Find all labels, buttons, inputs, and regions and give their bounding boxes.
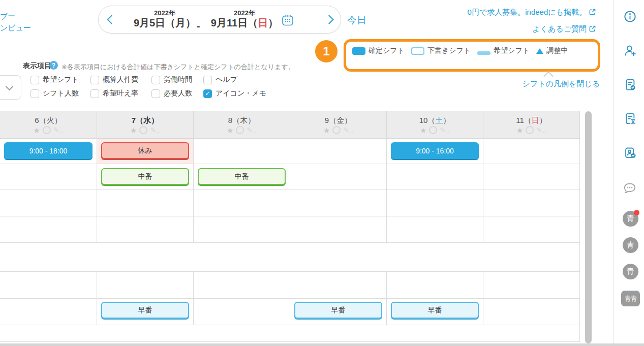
shift-cell[interactable]: [290, 190, 386, 216]
view-link-2[interactable]: ンビュー: [0, 22, 31, 34]
shift-pill-early[interactable]: 早番: [294, 302, 382, 319]
close-legend-link[interactable]: シフトの凡例を閉じる: [457, 79, 600, 89]
day-header-8[interactable]: 8（木）★✎..: [193, 111, 290, 138]
day-header-11[interactable]: 11（日）★✎..: [483, 111, 579, 138]
shift-cell[interactable]: [0, 216, 97, 242]
shift-cell[interactable]: [193, 139, 290, 164]
shift-cell[interactable]: [290, 216, 386, 242]
checkbox-アイコン・メモ[interactable]: アイコン・メモ: [203, 89, 290, 98]
shift-cell[interactable]: 9:00 - 16:00: [386, 139, 483, 164]
day-header-10[interactable]: 10（土）★✎..: [386, 111, 483, 138]
shift-cell[interactable]: 中番: [97, 164, 193, 190]
prev-week-button[interactable]: [106, 15, 117, 26]
approved-shifts-button[interactable]: [620, 74, 640, 95]
shift-cell[interactable]: [0, 164, 97, 190]
shift-cell[interactable]: [0, 299, 97, 325]
today-button[interactable]: 今日: [347, 14, 366, 27]
avatar[interactable]: 青: [623, 211, 638, 227]
shift-cell[interactable]: 休み: [97, 139, 193, 164]
shift-pill-rest[interactable]: 休み: [101, 142, 189, 159]
checkbox-icon[interactable]: [30, 89, 39, 98]
collapse-row-button[interactable]: [0, 75, 21, 100]
shift-cell[interactable]: [483, 190, 579, 216]
circle-icon[interactable]: [43, 126, 51, 134]
checkbox-概算人件費[interactable]: 概算人件費: [90, 75, 151, 84]
shift-cell[interactable]: [483, 299, 579, 325]
checkbox-必要人数[interactable]: 必要人数: [151, 89, 203, 98]
shift-cell[interactable]: [386, 190, 483, 216]
shift-cell[interactable]: [386, 216, 483, 242]
shift-cell[interactable]: 9:00 - 18:00: [0, 139, 97, 164]
pencil-icon[interactable]: ✎..: [440, 127, 450, 134]
checkbox-シフト人数[interactable]: シフト人数: [30, 89, 90, 98]
shift-pill-mid[interactable]: 中番: [101, 168, 189, 185]
checkbox-icon[interactable]: [90, 76, 99, 84]
shift-cell[interactable]: [290, 139, 386, 164]
shift-cell[interactable]: [0, 190, 97, 216]
next-week-button[interactable]: [323, 15, 334, 26]
shift-cell[interactable]: 早番: [290, 299, 386, 325]
pending-shifts-button[interactable]: [620, 108, 640, 129]
calendar-picker-button[interactable]: [281, 14, 294, 27]
shift-cell[interactable]: [193, 190, 290, 216]
checkbox-ヘルプ[interactable]: ヘルプ: [203, 75, 290, 84]
staff-status-button[interactable]: [620, 142, 640, 163]
shift-cell[interactable]: [193, 216, 290, 242]
pencil-icon[interactable]: ✎..: [343, 127, 353, 134]
shift-cell[interactable]: [290, 272, 386, 298]
shift-cell[interactable]: [386, 272, 483, 298]
day-header-9[interactable]: 9（金）★✎..: [290, 111, 386, 138]
shift-pill-confirmed[interactable]: 9:00 - 16:00: [391, 142, 479, 159]
circle-icon[interactable]: [429, 126, 437, 134]
day-header-7[interactable]: 7（水）★✎..: [97, 111, 193, 138]
shift-pill-early[interactable]: 早番: [391, 302, 479, 319]
shift-cell[interactable]: [97, 190, 193, 216]
day-header-6[interactable]: 6（火）★✎..: [0, 111, 97, 138]
checkbox-icon[interactable]: [90, 89, 99, 98]
checkbox-icon[interactable]: [151, 76, 160, 84]
checkbox-icon[interactable]: [151, 89, 160, 98]
checkbox-希望シフト[interactable]: 希望シフト: [30, 75, 90, 84]
checkbox-労働時間[interactable]: 労働時間: [151, 75, 203, 84]
star-icon[interactable]: ★: [34, 127, 40, 134]
shift-cell[interactable]: [193, 299, 290, 325]
shift-cell[interactable]: 早番: [97, 299, 193, 325]
shift-cell[interactable]: [193, 272, 290, 298]
checkbox-icon[interactable]: [203, 76, 212, 84]
checkbox-icon[interactable]: [30, 76, 39, 84]
circle-icon[interactable]: [139, 126, 147, 134]
circle-icon[interactable]: [332, 126, 341, 134]
shift-cell[interactable]: [483, 272, 579, 298]
pencil-icon[interactable]: ✎..: [536, 127, 546, 134]
shift-pill-mid[interactable]: 中番: [198, 168, 286, 185]
shift-cell[interactable]: [483, 139, 579, 164]
info-button[interactable]: [620, 6, 640, 26]
shift-cell[interactable]: [97, 272, 193, 298]
avatar[interactable]: 青: [623, 237, 638, 253]
recruit-link[interactable]: 0円で求人募集。indeedにも掲載。: [468, 8, 596, 17]
checkbox-希望叶え率[interactable]: 希望叶え率: [90, 89, 151, 98]
view-link-1[interactable]: ブー: [0, 10, 31, 22]
shift-cell[interactable]: [290, 164, 386, 190]
pencil-icon[interactable]: ✎..: [247, 127, 257, 134]
shift-cell[interactable]: [483, 216, 579, 242]
shift-cell[interactable]: [483, 164, 579, 190]
checkbox-checked-icon[interactable]: [203, 89, 212, 98]
star-icon[interactable]: ★: [227, 127, 233, 134]
shift-pill-confirmed[interactable]: 9:00 - 18:00: [4, 142, 93, 159]
circle-icon[interactable]: [236, 126, 244, 134]
shift-cell[interactable]: 中番: [193, 164, 290, 190]
vertical-scrollbar[interactable]: [585, 111, 592, 343]
faq-link[interactable]: よくあるご質問: [532, 24, 596, 34]
circle-icon[interactable]: [526, 126, 534, 134]
avatar[interactable]: 青青: [621, 291, 640, 306]
shift-cell[interactable]: 早番: [386, 299, 483, 325]
star-icon[interactable]: ★: [420, 127, 426, 134]
shift-cell[interactable]: [0, 272, 97, 298]
add-staff-button[interactable]: [620, 40, 640, 60]
avatar[interactable]: 青: [623, 264, 638, 279]
star-icon[interactable]: ★: [130, 127, 137, 134]
star-icon[interactable]: ★: [323, 127, 330, 134]
star-icon[interactable]: ★: [516, 127, 523, 134]
chat-button[interactable]: [620, 178, 640, 198]
